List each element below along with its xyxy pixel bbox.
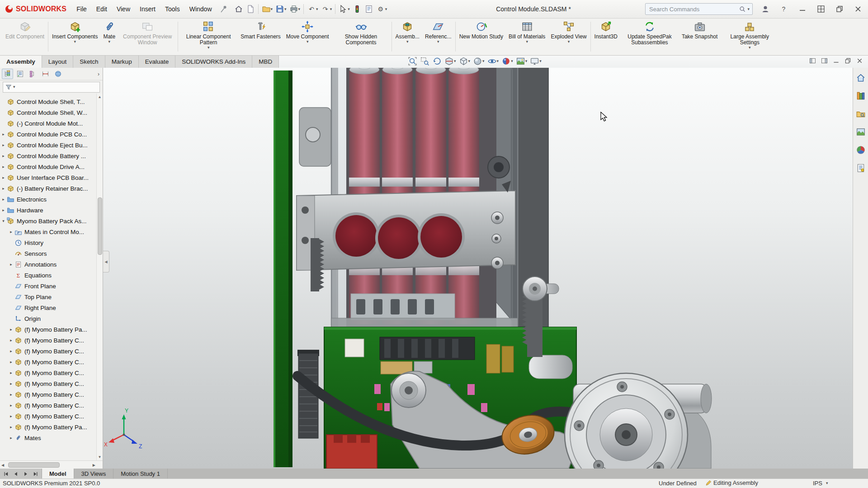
- expand-arrow-icon[interactable]: ▸: [8, 349, 14, 353]
- scroll-up-icon[interactable]: ▲: [98, 94, 102, 100]
- menu-view[interactable]: View: [112, 3, 135, 15]
- tab-mbd[interactable]: MBD: [252, 55, 279, 68]
- tree-item[interactable]: ▸(f) Myomo Battery Pa...: [0, 324, 103, 335]
- expand-arrow-icon[interactable]: ▸: [0, 197, 7, 202]
- tree-horizontal-scrollbar[interactable]: ◀ ▶: [0, 460, 103, 469]
- instant3d-button[interactable]: Instant3D: [592, 18, 620, 55]
- tree-item[interactable]: ▸(f) Myomo Battery C...: [0, 378, 103, 389]
- task-home-button[interactable]: [854, 71, 867, 84]
- dropdown-caret-icon[interactable]: ▾: [468, 59, 471, 63]
- undo-button[interactable]: ↶▾: [306, 3, 320, 15]
- tab-markup[interactable]: Markup: [105, 55, 139, 68]
- dropdown-caret-icon[interactable]: ▾: [539, 59, 542, 63]
- dropdown-caret-icon[interactable]: ▾: [330, 7, 332, 11]
- linear-pattern-button[interactable]: Linear Component Pattern▾: [179, 18, 238, 55]
- tree-item[interactable]: ▸(f) Myomo Battery C...: [0, 411, 103, 422]
- tree-item[interactable]: ΣEquations: [0, 270, 103, 281]
- tree-item[interactable]: ▸(f) Myomo Battery C...: [0, 389, 103, 400]
- dropdown-caret-icon[interactable]: ▾: [511, 59, 513, 63]
- tree-item[interactable]: Top Plane: [0, 291, 103, 302]
- dropdown-caret-icon[interactable]: ▾: [749, 46, 751, 50]
- dropdown-caret-icon[interactable]: ▾: [454, 59, 456, 63]
- expand-arrow-icon[interactable]: ▸: [8, 403, 14, 408]
- menu-insert[interactable]: Insert: [135, 3, 160, 15]
- search-input[interactable]: [648, 5, 737, 13]
- reference-geometry-button[interactable]: Referenc...▾: [422, 18, 454, 55]
- move-component-button[interactable]: Move Component▾: [283, 18, 332, 55]
- section-view-button[interactable]: ▾: [443, 56, 457, 66]
- new-document-button[interactable]: [245, 3, 256, 15]
- units-selector[interactable]: IPS ▾: [813, 480, 828, 487]
- dropdown-caret-icon[interactable]: ▾: [482, 59, 485, 63]
- menu-edit[interactable]: Edit: [92, 3, 112, 15]
- insert-components-button[interactable]: Insert Components▾: [49, 18, 100, 55]
- help-button[interactable]: ?: [774, 0, 793, 18]
- pin-icon[interactable]: [219, 5, 228, 14]
- side-pcb-edge[interactable]: [274, 70, 292, 467]
- tree-item[interactable]: ▸(f) Myomo Battery C...: [0, 335, 103, 346]
- expand-arrow-icon[interactable]: ▸: [0, 154, 7, 158]
- dropdown-caret-icon[interactable]: ▾: [437, 40, 439, 44]
- doc-pane-left-icon[interactable]: [809, 57, 816, 65]
- take-snapshot-button[interactable]: Take Snapshot: [679, 18, 720, 55]
- tree-item[interactable]: ▸Control Module PCB Co...: [0, 129, 103, 140]
- redo-button[interactable]: ↷▾: [320, 3, 334, 15]
- dropdown-caret-icon[interactable]: ▾: [348, 7, 350, 11]
- expand-arrow-icon[interactable]: ▸: [8, 436, 14, 440]
- dropdown-caret-icon[interactable]: ▾: [526, 40, 528, 44]
- search-icon[interactable]: [739, 5, 746, 13]
- dropdown-caret-icon[interactable]: ▾: [108, 40, 111, 44]
- tree-item[interactable]: Control Module Shell, W...: [0, 107, 103, 118]
- dropdown-caret-icon[interactable]: ▾: [385, 7, 387, 11]
- propertymanager-tab[interactable]: [14, 69, 26, 79]
- tree-item[interactable]: ▸Electronics: [0, 194, 103, 205]
- expand-arrow-icon[interactable]: ▸: [0, 164, 7, 169]
- view-palette-button[interactable]: [854, 126, 867, 138]
- scroll-down-icon[interactable]: ▼: [98, 454, 102, 460]
- motor-assembly[interactable]: [565, 373, 712, 469]
- open-button[interactable]: ▾: [260, 3, 274, 15]
- expand-arrow-icon[interactable]: ▸: [8, 360, 14, 364]
- user-profile-button[interactable]: [756, 0, 774, 18]
- dropdown-caret-icon[interactable]: ▾: [497, 59, 499, 63]
- graphics-viewport[interactable]: ◀: [103, 68, 853, 469]
- tree-item[interactable]: Front Plane: [0, 281, 103, 291]
- nav-first-button[interactable]: [1, 469, 10, 479]
- tree-item[interactable]: ▸Control Module Battery ...: [0, 150, 103, 161]
- save-button[interactable]: ▾: [274, 3, 288, 15]
- dropdown-caret-icon[interactable]: ▾: [568, 40, 570, 44]
- zoom-area-button[interactable]: [419, 56, 430, 66]
- configurationmanager-tab[interactable]: [27, 69, 38, 79]
- window-layout-button[interactable]: [811, 0, 830, 18]
- tab-evaluate[interactable]: Evaluate: [139, 55, 176, 68]
- large-assembly-button[interactable]: Large Assembly Settings▾: [720, 18, 779, 55]
- featuremanager-tab[interactable]: [2, 69, 13, 79]
- tree-item[interactable]: ▸Mates: [0, 432, 103, 443]
- case-mounting-ear[interactable]: [299, 108, 331, 166]
- filter-caret-icon[interactable]: ▾: [13, 85, 15, 89]
- minimize-button[interactable]: [793, 0, 811, 18]
- select-button[interactable]: ▾: [337, 3, 351, 15]
- doc-restore-icon[interactable]: [844, 57, 852, 65]
- horizontal-scroll-thumb[interactable]: [8, 462, 60, 468]
- doc-tab-model[interactable]: Model: [42, 469, 74, 479]
- tree-item[interactable]: ▾Myomo Battery Pack As...: [0, 216, 103, 226]
- menu-file[interactable]: File: [72, 3, 91, 15]
- expand-arrow-icon[interactable]: ▸: [8, 392, 14, 397]
- doc-minimize-icon[interactable]: [832, 57, 840, 65]
- doc-close-icon[interactable]: [856, 57, 863, 65]
- restore-button[interactable]: [830, 0, 849, 18]
- dropdown-caret-icon[interactable]: ▾: [74, 40, 76, 44]
- show-hidden-button[interactable]: Show Hidden Components: [332, 18, 391, 55]
- scroll-right-icon[interactable]: ▶: [93, 462, 95, 469]
- zoom-fit-button[interactable]: [407, 56, 418, 66]
- file-explorer-button[interactable]: [854, 108, 867, 120]
- expand-arrow-icon[interactable]: ▸: [8, 371, 14, 375]
- tree-item[interactable]: ▸User Interface PCB Boar...: [0, 172, 103, 183]
- expand-arrow-icon[interactable]: ▸: [0, 132, 7, 136]
- expand-arrow-icon[interactable]: ▸: [8, 381, 14, 386]
- file-properties-button[interactable]: [363, 3, 375, 15]
- close-button[interactable]: [849, 0, 867, 18]
- dropdown-caret-icon[interactable]: ▾: [406, 40, 409, 44]
- tree-item[interactable]: History: [0, 237, 103, 248]
